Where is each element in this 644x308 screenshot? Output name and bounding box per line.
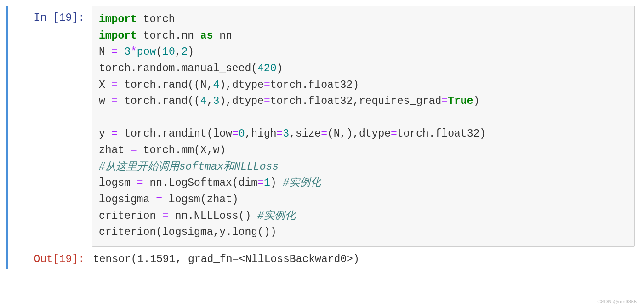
op-eq: = bbox=[131, 144, 137, 156]
code-text: w bbox=[99, 95, 112, 107]
code-text: torch.mm(X,w) bbox=[137, 144, 226, 156]
code-text: X bbox=[99, 79, 112, 91]
op-mult: * bbox=[131, 46, 137, 58]
code-text: nn bbox=[213, 30, 232, 42]
code-text: nn.LogSoftmax(dim bbox=[143, 177, 257, 189]
bool-true: True bbox=[448, 95, 473, 107]
output-text: tensor(1.1591, grad_fn=<NllLossBackward0… bbox=[92, 247, 636, 269]
op-eq: = bbox=[232, 128, 239, 140]
code-text: zhat bbox=[99, 144, 131, 156]
op-eq: = bbox=[264, 95, 270, 107]
num: 3 bbox=[283, 128, 289, 140]
kw-import: import bbox=[99, 30, 137, 42]
code-text: , bbox=[207, 95, 213, 107]
input-row: In [19]: import torch import torch.nn as… bbox=[8, 6, 636, 247]
code-text: logsm(zhat) bbox=[162, 194, 239, 205]
kw-as: as bbox=[200, 30, 213, 42]
num: 10 bbox=[162, 46, 175, 58]
op-eq: = bbox=[156, 194, 162, 205]
code-text: ( bbox=[156, 46, 162, 58]
num: 0 bbox=[239, 128, 245, 140]
code-text: torch.float32) bbox=[397, 128, 486, 140]
watermark: CSDN @ren9855 bbox=[597, 299, 637, 304]
code-text: nn.NLLLoss() bbox=[169, 210, 257, 222]
op-eq: = bbox=[112, 79, 118, 91]
num: 3 bbox=[124, 46, 131, 58]
code-text: torch.random.manual_seed( bbox=[99, 63, 257, 74]
comment: #实例化 bbox=[283, 177, 321, 189]
code-text bbox=[118, 46, 124, 58]
code-text: torch.rand(( bbox=[118, 95, 200, 107]
code-text: (N,),dtype bbox=[327, 128, 391, 140]
num: 4 bbox=[213, 79, 219, 91]
op-eq: = bbox=[391, 128, 397, 140]
code-text: torch bbox=[137, 13, 175, 25]
code-text: torch.float32) bbox=[270, 79, 359, 91]
notebook-cell: In [19]: import torch import torch.nn as… bbox=[6, 6, 636, 269]
op-eq: = bbox=[321, 128, 327, 140]
comment: #从这里开始调用softmax和NLLLoss bbox=[99, 161, 279, 173]
code-text: criterion(logsigma,y.long()) bbox=[99, 226, 276, 238]
code-text: y bbox=[99, 128, 112, 140]
code-input-area[interactable]: import torch import torch.nn as nn N = 3… bbox=[92, 6, 635, 247]
num: 1 bbox=[264, 177, 270, 189]
code-text: logsm bbox=[99, 177, 137, 189]
code-text: ) bbox=[473, 95, 479, 107]
op-eq: = bbox=[112, 95, 118, 107]
code-text: torch.float32,requires_grad bbox=[270, 95, 442, 107]
op-eq: = bbox=[137, 177, 143, 189]
kw-import: import bbox=[99, 13, 137, 25]
input-prompt: In [19]: bbox=[8, 6, 92, 28]
num: 4 bbox=[200, 95, 207, 107]
op-eq: = bbox=[257, 177, 264, 189]
code-text: ),dtype bbox=[219, 79, 264, 91]
code-text: logsigma bbox=[99, 194, 156, 205]
num: 2 bbox=[182, 46, 188, 58]
code-text: torch.nn bbox=[137, 30, 200, 42]
code-text: N bbox=[99, 46, 112, 58]
op-eq: = bbox=[112, 128, 118, 140]
code-text: ) bbox=[276, 63, 283, 74]
comment: #实例化 bbox=[257, 210, 296, 222]
op-eq: = bbox=[277, 128, 283, 140]
code-text: criterion bbox=[99, 210, 162, 222]
output-prompt: Out[19]: bbox=[8, 247, 92, 269]
op-eq: = bbox=[112, 46, 118, 58]
fn-pow: pow bbox=[137, 46, 156, 58]
output-row: Out[19]: tensor(1.1591, grad_fn=<NllLoss… bbox=[8, 247, 636, 269]
code-text: ,size bbox=[289, 128, 321, 140]
op-eq: = bbox=[162, 210, 169, 222]
op-eq: = bbox=[264, 79, 270, 91]
code-text: torch.rand((N, bbox=[118, 79, 213, 91]
code-text: ),dtype bbox=[219, 95, 264, 107]
code-text: torch.randint(low bbox=[118, 128, 232, 140]
num: 420 bbox=[257, 63, 276, 74]
code-text: ) bbox=[188, 46, 194, 58]
op-eq: = bbox=[441, 95, 448, 107]
code-text: , bbox=[175, 46, 182, 58]
code-text: ,high bbox=[245, 128, 277, 140]
code-text: ) bbox=[270, 177, 283, 189]
num: 3 bbox=[213, 95, 219, 107]
